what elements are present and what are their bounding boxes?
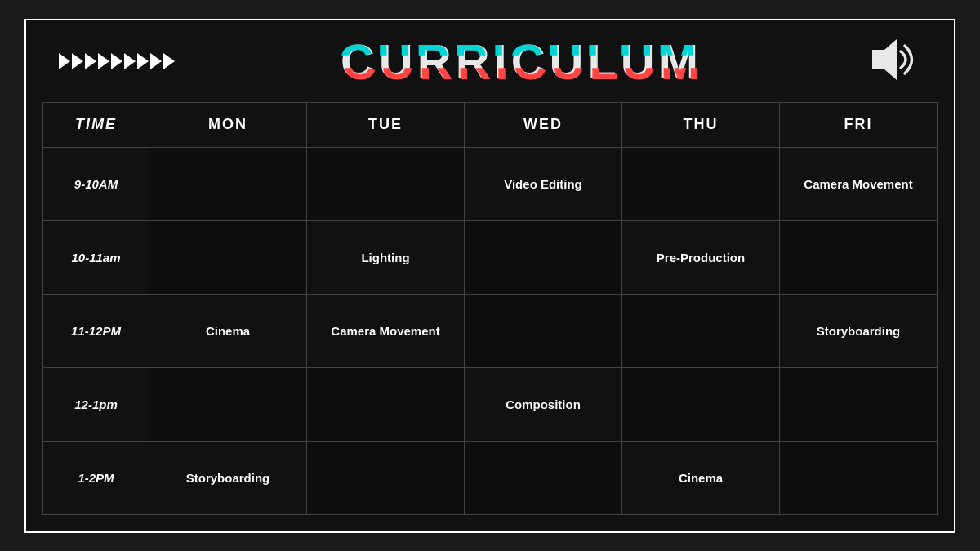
col-header-tue: TUE — [307, 102, 465, 147]
cell-mon-0 — [149, 147, 307, 220]
cell-thu-3 — [622, 367, 780, 441]
cell-wed-1 — [465, 220, 622, 294]
arrow-3 — [85, 53, 96, 69]
arrow-8 — [150, 53, 162, 69]
cell-thu-1: Pre-Production — [622, 220, 780, 294]
main-frame: CURRICULUM TIME MON TUE WED THU — [24, 19, 956, 533]
play-arrows — [59, 53, 175, 69]
arrow-7 — [137, 53, 149, 69]
cell-mon-4: Storyboarding — [149, 441, 307, 514]
table-row: 1-2PMStoryboardingCinema — [43, 441, 938, 514]
sound-icon — [868, 35, 921, 87]
cell-thu-4: Cinema — [622, 441, 780, 514]
cell-tue-2: Camera Movement — [307, 294, 465, 367]
col-header-thu: THU — [622, 102, 780, 147]
table-row: 11-12PMCinemaCamera MovementStoryboardin… — [43, 294, 938, 367]
cell-tue-1: Lighting — [307, 220, 465, 294]
cell-tue-3 — [307, 367, 465, 441]
cell-wed-2 — [465, 294, 622, 367]
cell-time-1: 10-11am — [43, 220, 149, 294]
cell-time-3: 12-1pm — [43, 367, 149, 441]
cell-wed-4 — [465, 441, 622, 514]
cell-tue-4 — [307, 441, 465, 514]
table-header-row: TIME MON TUE WED THU FRI — [43, 102, 938, 147]
cell-thu-2 — [622, 294, 780, 367]
cell-wed-0: Video Editing — [465, 147, 622, 220]
col-header-time: TIME — [43, 102, 149, 147]
schedule-table-container: TIME MON TUE WED THU FRI 9-10AMVideo Edi… — [26, 102, 954, 531]
cell-tue-0 — [307, 147, 465, 220]
cell-wed-3: Composition — [465, 367, 622, 441]
arrow-2 — [72, 53, 83, 69]
cell-mon-1 — [149, 220, 307, 294]
page-title: CURRICULUM — [341, 33, 702, 88]
table-row: 10-11amLightingPre-Production — [43, 220, 938, 294]
arrow-1 — [59, 53, 70, 69]
arrow-9 — [163, 53, 175, 69]
cell-mon-2: Cinema — [149, 294, 307, 367]
table-row: 12-1pmComposition — [43, 367, 938, 441]
svg-marker-0 — [872, 39, 897, 80]
cell-fri-2: Storyboarding — [780, 294, 938, 367]
cell-thu-0 — [622, 147, 780, 220]
col-header-fri: FRI — [780, 102, 938, 147]
cell-time-4: 1-2PM — [43, 441, 149, 514]
schedule-table: TIME MON TUE WED THU FRI 9-10AMVideo Edi… — [42, 102, 938, 515]
header: CURRICULUM — [26, 20, 954, 102]
table-row: 9-10AMVideo EditingCamera Movement — [43, 147, 938, 220]
cell-time-2: 11-12PM — [43, 294, 149, 367]
col-header-wed: WED — [465, 102, 622, 147]
arrow-6 — [124, 53, 136, 69]
arrow-5 — [111, 53, 122, 69]
title-text: CURRICULUM — [341, 33, 702, 88]
cell-fri-0: Camera Movement — [780, 147, 938, 220]
cell-fri-1 — [780, 220, 938, 294]
col-header-mon: MON — [149, 102, 307, 147]
cell-time-0: 9-10AM — [43, 147, 149, 220]
cell-mon-3 — [149, 367, 307, 441]
arrow-4 — [98, 53, 109, 69]
cell-fri-3 — [780, 367, 938, 441]
cell-fri-4 — [780, 441, 938, 514]
